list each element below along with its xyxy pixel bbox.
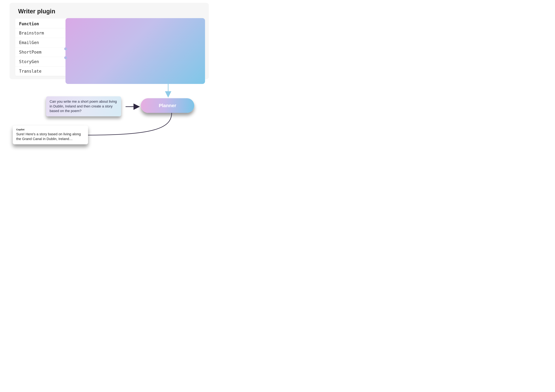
fn-desc: Generate a list of synopsis for a novel …	[63, 57, 204, 67]
table-row: Brainstorm Given a goal or topic descrip…	[15, 28, 204, 38]
fn-desc: Turn a scenario into a short and enterta…	[63, 47, 204, 57]
connector-dot-icon	[64, 56, 67, 59]
table-row: StoryGen Generate a list of synopsis for…	[15, 57, 204, 67]
fn-desc: Translate the input into a language of y…	[63, 67, 204, 76]
user-request-bubble: Can you write me a short poem about livi…	[46, 96, 121, 116]
diagram-stage: Writer plugin Function Description for m…	[0, 0, 223, 159]
plugin-title: Writer plugin	[18, 8, 55, 15]
fn-desc: Write an email from the given bullet poi…	[63, 38, 204, 47]
fn-desc: Given a goal or topic description genera…	[63, 28, 204, 38]
fn-name: EmailGen	[15, 38, 63, 47]
planner-node: Planner	[141, 98, 194, 113]
fn-name: Brainstorm	[15, 28, 63, 38]
copilot-label: Copilot	[16, 128, 85, 131]
fn-name: Translate	[15, 67, 63, 76]
table-row: EmailGen Write an email from the given b…	[15, 38, 204, 47]
user-request-text: Can you write me a short poem about livi…	[50, 99, 118, 113]
arrow-request-to-planner-icon	[125, 103, 140, 111]
th-function: Function	[15, 18, 63, 28]
copilot-response-text: Sure! Here's a story based on living alo…	[16, 132, 85, 141]
plugin-table: Function Description for model Brainstor…	[15, 18, 204, 76]
planner-label: Planner	[159, 103, 176, 108]
copilot-response-card: Copilot Sure! Here's a story based on li…	[13, 126, 88, 144]
fn-name: ShortPoem	[15, 47, 63, 57]
table-row: ShortPoem Turn a scenario into a short a…	[15, 47, 204, 57]
table-row: Translate Translate the input into a lan…	[15, 67, 204, 76]
fn-name: StoryGen	[15, 57, 63, 67]
arrow-plugin-to-planner-icon	[163, 79, 173, 98]
th-description: Description for model	[63, 18, 204, 28]
connector-dot-icon	[64, 47, 67, 50]
plugin-panel: Writer plugin Function Description for m…	[9, 3, 209, 79]
